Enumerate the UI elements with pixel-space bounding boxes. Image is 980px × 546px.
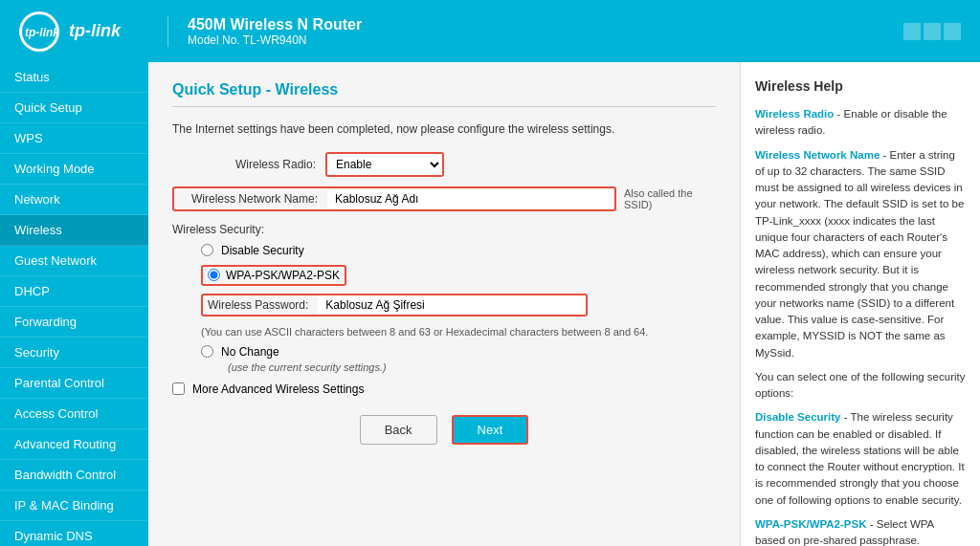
- disable-security-label: Disable Security: [221, 244, 304, 257]
- wpa-option-row: WPA-PSK/WPA2-PSK: [201, 265, 716, 286]
- product-name: 450M Wireless N Router: [188, 16, 362, 33]
- help-section-body: You can select one of the following secu…: [755, 371, 966, 399]
- logo-area: tp-link tp-link: [19, 11, 167, 52]
- help-section: You can select one of the following secu…: [755, 369, 966, 403]
- disable-security-option: Disable Security: [201, 244, 716, 257]
- sidebar-item-dynamic-dns[interactable]: Dynamic DNS: [0, 521, 148, 546]
- no-change-option: No Change: [201, 345, 716, 359]
- ssid-hint: Also called the SSID): [624, 187, 716, 210]
- advanced-checkbox[interactable]: [172, 382, 185, 395]
- logo-text: tp-link: [69, 21, 121, 41]
- help-section-title: Disable Security: [755, 411, 840, 423]
- main-content: Quick Setup - Wireless The Internet sett…: [148, 62, 980, 546]
- password-border: Wireless Password:: [201, 294, 588, 317]
- sidebar-item-security[interactable]: Security: [0, 338, 148, 368]
- help-section-body: - The wireless security function can be …: [755, 411, 965, 505]
- intro-text: The Internet settings have been complete…: [172, 121, 716, 138]
- wireless-radio-select[interactable]: Enable Disable: [327, 154, 442, 175]
- button-row: Back Next: [172, 415, 716, 445]
- network-name-border: Wireless Network Name:: [172, 186, 616, 211]
- sidebar-item-wps[interactable]: WPS: [0, 123, 148, 154]
- sidebar-item-status[interactable]: Status: [0, 62, 148, 93]
- header-decoration: [903, 23, 961, 40]
- sidebar-item-bandwidth-control[interactable]: Bandwidth Control: [0, 460, 148, 491]
- security-label: Wireless Security:: [172, 223, 716, 236]
- sidebar-item-quick-setup[interactable]: Quick Setup: [0, 93, 148, 123]
- help-section-title: Wireless Radio: [755, 108, 834, 120]
- deco-box-3: [944, 23, 961, 40]
- help-section-body: - Enter a string of up to 32 characters.…: [755, 149, 964, 359]
- content-area: Quick Setup - Wireless The Internet sett…: [148, 62, 980, 546]
- help-section: Disable Security - The wireless security…: [755, 409, 966, 509]
- logo-icon: tp-link: [19, 11, 59, 52]
- wpa-radio[interactable]: [208, 269, 220, 281]
- sidebar-item-dhcp[interactable]: DHCP: [0, 276, 148, 307]
- wireless-radio-control: Enable Disable: [325, 152, 716, 177]
- advanced-row: More Advanced Wireless Settings: [172, 382, 716, 396]
- sidebar-item-forwarding[interactable]: Forwarding: [0, 307, 148, 338]
- deco-box-1: [903, 23, 921, 40]
- deco-box-2: [924, 23, 941, 40]
- help-section: WPA-PSK/WPA2-PSK - Select WPA based on p…: [755, 516, 966, 546]
- header: tp-link tp-link 450M Wireless N Router M…: [0, 0, 980, 62]
- sidebar-item-parental-control[interactable]: Parental Control: [0, 368, 148, 399]
- sidebar-item-guest-network[interactable]: Guest Network: [0, 246, 148, 276]
- no-change-label: No Change: [221, 345, 279, 359]
- no-change-hint: (use the current security settings.): [228, 361, 716, 373]
- help-title: Wireless Help: [755, 76, 966, 97]
- sidebar-item-ip-&-mac-binding[interactable]: IP & MAC Binding: [0, 491, 148, 521]
- sidebar-item-wireless[interactable]: Wireless: [0, 215, 148, 246]
- network-name-input[interactable]: [327, 189, 614, 208]
- next-button[interactable]: Next: [452, 415, 529, 445]
- header-title: 450M Wireless N Router Model No. TL-WR94…: [167, 16, 362, 47]
- body: StatusQuick SetupWPSWorking ModeNetworkW…: [0, 62, 980, 546]
- sidebar-item-working-mode[interactable]: Working Mode: [0, 154, 148, 185]
- back-button[interactable]: Back: [360, 415, 437, 445]
- wireless-radio-row: Wireless Radio: Enable Disable: [172, 152, 716, 177]
- help-section: Wireless Network Name - Enter a string o…: [755, 147, 966, 361]
- disable-security-radio[interactable]: [201, 244, 213, 256]
- advanced-label: More Advanced Wireless Settings: [192, 382, 364, 396]
- wireless-radio-label: Wireless Radio:: [172, 158, 325, 171]
- sidebar: StatusQuick SetupWPSWorking ModeNetworkW…: [0, 62, 148, 546]
- password-row: Wireless Password:: [201, 294, 716, 317]
- help-section-title: WPA-PSK/WPA2-PSK: [755, 518, 867, 530]
- password-input[interactable]: [318, 295, 586, 315]
- page-title: Quick Setup - Wireless: [172, 81, 716, 107]
- help-panel: Wireless Help Wireless Radio - Enable or…: [741, 62, 980, 546]
- model-number: Model No. TL-WR940N: [188, 33, 362, 47]
- svg-text:tp-link: tp-link: [25, 26, 57, 39]
- no-change-radio[interactable]: [201, 345, 213, 358]
- sidebar-item-network[interactable]: Network: [0, 185, 148, 215]
- wireless-radio-border: Enable Disable: [325, 152, 444, 177]
- wpa-border: WPA-PSK/WPA2-PSK: [201, 265, 346, 286]
- help-section: Wireless Radio - Enable or disable the w…: [755, 106, 966, 140]
- password-hint: (You can use ASCII characters between 8 …: [201, 326, 716, 338]
- password-label: Wireless Password:: [203, 295, 318, 315]
- form-area: Quick Setup - Wireless The Internet sett…: [148, 62, 741, 546]
- help-section-title: Wireless Network Name: [755, 149, 880, 161]
- sidebar-item-access-control[interactable]: Access Control: [0, 399, 148, 429]
- wpa-label: WPA-PSK/WPA2-PSK: [226, 269, 340, 282]
- network-name-label: Wireless Network Name:: [174, 188, 327, 209]
- network-name-row: Wireless Network Name: Also called the S…: [172, 186, 716, 211]
- help-sections: Wireless Radio - Enable or disable the w…: [755, 106, 966, 546]
- sidebar-item-advanced-routing[interactable]: Advanced Routing: [0, 429, 148, 460]
